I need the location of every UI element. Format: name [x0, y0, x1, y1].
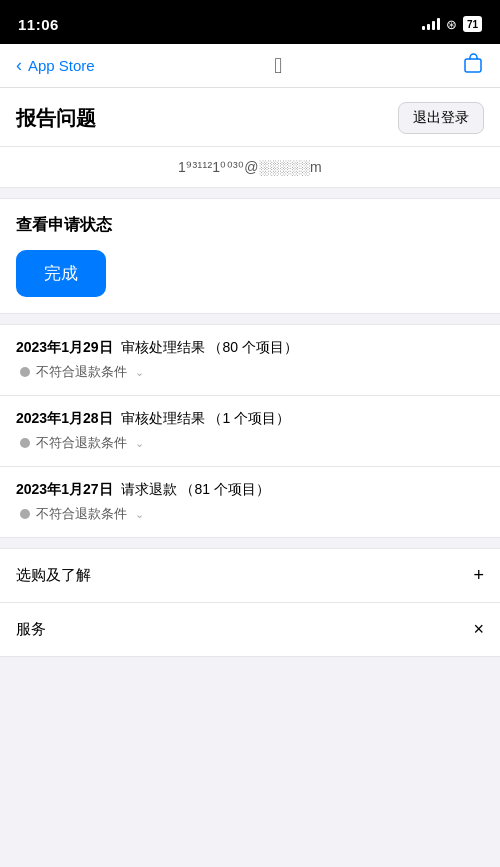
- record-status-row[interactable]: 不符合退款条件 ⌄: [16, 434, 484, 452]
- plus-icon: +: [473, 565, 484, 586]
- record-item: 2023年1月28日 审核处理结果 （1 个项目） 不符合退款条件 ⌄: [0, 396, 500, 467]
- apply-status-section: 查看申请状态 完成: [0, 198, 500, 314]
- status-dot-icon: [20, 367, 30, 377]
- status-label: 不符合退款条件: [36, 505, 127, 523]
- record-description: 审核处理结果 （1 个项目）: [121, 410, 291, 428]
- bag-icon: [462, 52, 484, 79]
- status-bar: 11:06 ⊛ 71: [0, 0, 500, 44]
- record-date-row: 2023年1月28日 审核处理结果 （1 个项目）: [16, 410, 484, 428]
- signal-icon: [422, 18, 440, 30]
- record-description: 审核处理结果 （80 个项目）: [121, 339, 298, 357]
- wifi-icon: ⊛: [446, 17, 457, 32]
- record-date: 2023年1月28日: [16, 410, 113, 428]
- email-text: 1⁹³¹¹²1⁰⁰³⁰@░░░░░m: [178, 159, 322, 175]
- nav-bar: ‹ App Store : [0, 44, 500, 88]
- records-section: 2023年1月29日 审核处理结果 （80 个项目） 不符合退款条件 ⌄ 202…: [0, 324, 500, 538]
- status-dot-icon: [20, 438, 30, 448]
- page-title: 报告问题: [16, 105, 96, 132]
- record-status-row[interactable]: 不符合退款条件 ⌄: [16, 363, 484, 381]
- record-date: 2023年1月27日: [16, 481, 113, 499]
- status-label: 不符合退款条件: [36, 434, 127, 452]
- status-icons: ⊛ 71: [422, 16, 482, 32]
- record-description: 请求退款 （81 个项目）: [121, 481, 270, 499]
- svg-rect-0: [465, 59, 481, 72]
- chevron-left-icon: ‹: [16, 55, 22, 76]
- status-time: 11:06: [18, 16, 59, 33]
- chevron-down-icon: ⌄: [135, 366, 144, 379]
- footer-services-label: 服务: [16, 620, 46, 639]
- battery-icon: 71: [463, 16, 482, 32]
- close-icon: ×: [473, 619, 484, 640]
- record-item: 2023年1月29日 审核处理结果 （80 个项目） 不符合退款条件 ⌄: [0, 325, 500, 396]
- logout-button[interactable]: 退出登录: [398, 102, 484, 134]
- chevron-down-icon: ⌄: [135, 437, 144, 450]
- footer-item-services[interactable]: 服务 ×: [0, 603, 500, 657]
- record-item: 2023年1月27日 请求退款 （81 个项目） 不符合退款条件 ⌄: [0, 467, 500, 538]
- chevron-down-icon: ⌄: [135, 508, 144, 521]
- footer-section: 选购及了解 + 服务 ×: [0, 548, 500, 657]
- done-button[interactable]: 完成: [16, 250, 106, 297]
- record-date-row: 2023年1月29日 审核处理结果 （80 个项目）: [16, 339, 484, 357]
- apple-logo-icon: : [274, 53, 282, 79]
- back-button[interactable]: ‹ App Store: [16, 55, 95, 76]
- apply-status-title: 查看申请状态: [16, 215, 484, 236]
- email-display: 1⁹³¹¹²1⁰⁰³⁰@░░░░░m: [0, 147, 500, 188]
- footer-item-purchase[interactable]: 选购及了解 +: [0, 549, 500, 603]
- status-dot-icon: [20, 509, 30, 519]
- page-header: 报告问题 退出登录: [0, 88, 500, 147]
- footer-purchase-label: 选购及了解: [16, 566, 91, 585]
- record-date-row: 2023年1月27日 请求退款 （81 个项目）: [16, 481, 484, 499]
- record-status-row[interactable]: 不符合退款条件 ⌄: [16, 505, 484, 523]
- back-label: App Store: [28, 57, 95, 74]
- status-label: 不符合退款条件: [36, 363, 127, 381]
- record-date: 2023年1月29日: [16, 339, 113, 357]
